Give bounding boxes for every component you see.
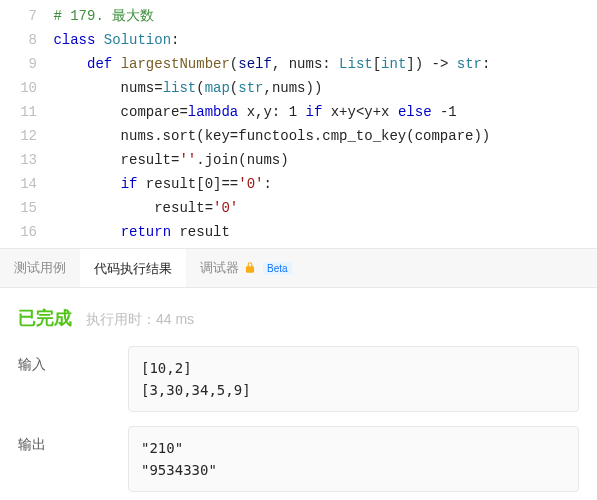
line-number: 8 [0, 28, 37, 52]
line-number: 15 [0, 196, 37, 220]
tab-测试用例[interactable]: 测试用例 [0, 249, 80, 287]
tab-代码执行结果[interactable]: 代码执行结果 [80, 249, 186, 287]
line-number: 10 [0, 76, 37, 100]
line-number: 12 [0, 124, 37, 148]
result-box[interactable]: "210" "9534330" [128, 426, 579, 492]
tab-label: 调试器 [200, 259, 239, 277]
tab-label: 测试用例 [14, 259, 66, 277]
code-line[interactable]: return result [45, 220, 597, 244]
result-row: 输入[10,2] [3,30,34,5,9] [18, 346, 579, 412]
code-area[interactable]: # 179. 最大数 class Solution: def largestNu… [45, 0, 597, 248]
tab-label: 代码执行结果 [94, 260, 172, 278]
results-tabs: 测试用例代码执行结果调试器Beta [0, 248, 597, 288]
code-line[interactable]: nums.sort(key=functools.cmp_to_key(compa… [45, 124, 597, 148]
result-label: 输出 [18, 426, 128, 454]
beta-badge: Beta [263, 262, 292, 275]
result-label: 输入 [18, 346, 128, 374]
lock-icon [243, 261, 257, 275]
line-number: 13 [0, 148, 37, 172]
line-number: 9 [0, 52, 37, 76]
tab-调试器[interactable]: 调试器Beta [186, 249, 306, 287]
code-line[interactable]: result=''.join(nums) [45, 148, 597, 172]
code-editor[interactable]: 78910111213141516 # 179. 最大数 class Solut… [0, 0, 597, 248]
code-line[interactable]: result='0' [45, 196, 597, 220]
code-line[interactable]: class Solution: [45, 28, 597, 52]
result-box[interactable]: [10,2] [3,30,34,5,9] [128, 346, 579, 412]
code-line[interactable]: if result[0]=='0': [45, 172, 597, 196]
code-line[interactable]: compare=lambda x,y: 1 if x+y<y+x else -1 [45, 100, 597, 124]
line-number: 11 [0, 100, 37, 124]
result-rows: 输入[10,2] [3,30,34,5,9]输出"210" "9534330"预… [18, 346, 579, 500]
line-gutter: 78910111213141516 [0, 0, 45, 248]
results-panel: 已完成 执行用时：44 ms 输入[10,2] [3,30,34,5,9]输出"… [0, 288, 597, 500]
run-timing: 执行用时：44 ms [86, 311, 194, 329]
code-line[interactable]: # 179. 最大数 [45, 4, 597, 28]
result-row: 输出"210" "9534330" [18, 426, 579, 492]
line-number: 14 [0, 172, 37, 196]
code-line[interactable]: nums=list(map(str,nums)) [45, 76, 597, 100]
code-line[interactable]: def largestNumber(self, nums: List[int])… [45, 52, 597, 76]
line-number: 16 [0, 220, 37, 244]
line-number: 7 [0, 4, 37, 28]
run-status: 已完成 [18, 306, 72, 330]
